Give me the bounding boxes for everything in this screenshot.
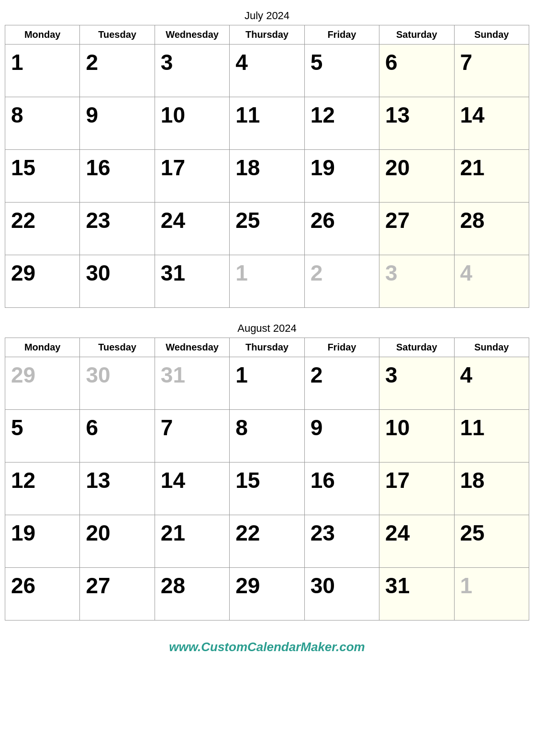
calendar-day[interactable]: 2 — [304, 255, 379, 308]
calendar-day[interactable]: 3 — [155, 45, 229, 97]
calendar-day[interactable]: 30 — [304, 568, 379, 621]
calendar-day[interactable]: 20 — [379, 150, 454, 203]
calendar-day[interactable]: 8 — [5, 97, 80, 150]
calendar-day[interactable]: 4 — [454, 357, 529, 410]
day-header: Thursday — [230, 338, 304, 357]
calendar-day[interactable]: 7 — [454, 45, 529, 97]
calendar-day[interactable]: 6 — [379, 45, 454, 97]
calendar-day[interactable]: 21 — [454, 150, 529, 203]
calendar-day[interactable]: 4 — [230, 45, 304, 97]
calendar-day[interactable]: 31 — [155, 357, 229, 410]
calendar-day[interactable]: 23 — [80, 203, 155, 255]
calendar-table: MondayTuesdayWednesdayThursdayFridaySatu… — [5, 338, 529, 621]
calendar-day[interactable]: 20 — [80, 515, 155, 568]
calendar-day[interactable]: 5 — [304, 45, 379, 97]
month-section: July 2024MondayTuesdayWednesdayThursdayF… — [5, 10, 529, 308]
calendar-day[interactable]: 23 — [304, 515, 379, 568]
day-header: Tuesday — [80, 338, 155, 357]
calendar-day[interactable]: 18 — [230, 150, 304, 203]
calendar-day[interactable]: 10 — [379, 410, 454, 463]
calendar-day[interactable]: 26 — [304, 203, 379, 255]
day-header: Friday — [304, 25, 379, 45]
calendar-day[interactable]: 14 — [155, 463, 229, 515]
calendar-day[interactable]: 10 — [155, 97, 229, 150]
calendar-day[interactable]: 22 — [230, 515, 304, 568]
calendar-day[interactable]: 21 — [155, 515, 229, 568]
calendar-day[interactable]: 25 — [454, 515, 529, 568]
calendar-day[interactable]: 31 — [379, 568, 454, 621]
day-header: Wednesday — [155, 338, 229, 357]
day-header: Sunday — [454, 338, 529, 357]
day-header: Tuesday — [80, 25, 155, 45]
calendar-day[interactable]: 17 — [379, 463, 454, 515]
calendar-day[interactable]: 29 — [230, 568, 304, 621]
calendar-day[interactable]: 2 — [80, 45, 155, 97]
calendar-day[interactable]: 3 — [379, 357, 454, 410]
calendar-day[interactable]: 8 — [230, 410, 304, 463]
calendar-day[interactable]: 11 — [230, 97, 304, 150]
calendar-day[interactable]: 6 — [80, 410, 155, 463]
calendar-day[interactable]: 11 — [454, 410, 529, 463]
calendar-day[interactable]: 28 — [155, 568, 229, 621]
calendar-day[interactable]: 4 — [454, 255, 529, 308]
calendar-day[interactable]: 1 — [230, 357, 304, 410]
footer: www.CustomCalendarMaker.com — [5, 635, 529, 659]
calendar-day[interactable]: 3 — [379, 255, 454, 308]
calendar-day[interactable]: 19 — [304, 150, 379, 203]
month-title: July 2024 — [5, 10, 529, 22]
calendar-container: July 2024MondayTuesdayWednesdayThursdayF… — [5, 10, 529, 659]
calendar-day[interactable]: 2 — [304, 357, 379, 410]
day-header: Sunday — [454, 25, 529, 45]
day-header: Wednesday — [155, 25, 229, 45]
calendar-day[interactable]: 24 — [155, 203, 229, 255]
calendar-day[interactable]: 30 — [80, 255, 155, 308]
calendar-day[interactable]: 13 — [80, 463, 155, 515]
day-header: Thursday — [230, 25, 304, 45]
day-header: Saturday — [379, 338, 454, 357]
calendar-day[interactable]: 24 — [379, 515, 454, 568]
calendar-day[interactable]: 16 — [304, 463, 379, 515]
calendar-day[interactable]: 9 — [80, 97, 155, 150]
day-header: Monday — [5, 25, 80, 45]
calendar-day[interactable]: 31 — [155, 255, 229, 308]
calendar-day[interactable]: 29 — [5, 255, 80, 308]
calendar-day[interactable]: 1 — [230, 255, 304, 308]
calendar-day[interactable]: 22 — [5, 203, 80, 255]
day-header: Friday — [304, 338, 379, 357]
calendar-day[interactable]: 7 — [155, 410, 229, 463]
calendar-day[interactable]: 12 — [5, 463, 80, 515]
calendar-day[interactable]: 18 — [454, 463, 529, 515]
calendar-day[interactable]: 15 — [230, 463, 304, 515]
day-header: Monday — [5, 338, 80, 357]
month-section: August 2024MondayTuesdayWednesdayThursda… — [5, 322, 529, 621]
calendar-day[interactable]: 30 — [80, 357, 155, 410]
month-title: August 2024 — [5, 322, 529, 335]
calendar-day[interactable]: 25 — [230, 203, 304, 255]
calendar-day[interactable]: 9 — [304, 410, 379, 463]
calendar-day[interactable]: 1 — [5, 45, 80, 97]
calendar-day[interactable]: 19 — [5, 515, 80, 568]
calendar-table: MondayTuesdayWednesdayThursdayFridaySatu… — [5, 25, 529, 308]
calendar-day[interactable]: 15 — [5, 150, 80, 203]
calendar-day[interactable]: 14 — [454, 97, 529, 150]
calendar-day[interactable]: 28 — [454, 203, 529, 255]
calendar-day[interactable]: 17 — [155, 150, 229, 203]
calendar-day[interactable]: 27 — [80, 568, 155, 621]
calendar-day[interactable]: 13 — [379, 97, 454, 150]
calendar-day[interactable]: 5 — [5, 410, 80, 463]
footer-link[interactable]: www.CustomCalendarMaker.com — [169, 640, 365, 654]
calendar-day[interactable]: 29 — [5, 357, 80, 410]
calendar-day[interactable]: 16 — [80, 150, 155, 203]
calendar-day[interactable]: 1 — [454, 568, 529, 621]
calendar-day[interactable]: 27 — [379, 203, 454, 255]
calendar-day[interactable]: 26 — [5, 568, 80, 621]
calendar-day[interactable]: 12 — [304, 97, 379, 150]
day-header: Saturday — [379, 25, 454, 45]
